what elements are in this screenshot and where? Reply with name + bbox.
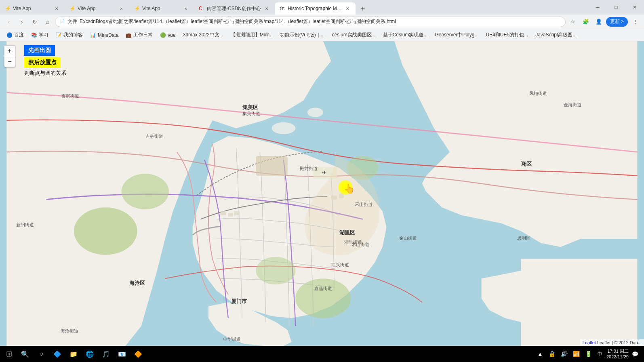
forward-button[interactable]: › — [16, 16, 27, 27]
leaflet-link[interactable]: Leaflet — [583, 340, 596, 345]
maximize-button[interactable]: □ — [607, 0, 625, 15]
taskbar-clock[interactable]: 17:01 周二 2022/11/29 — [606, 348, 629, 360]
browser-icon: 🌐 — [86, 350, 94, 358]
home-button[interactable]: ⌂ — [42, 16, 53, 27]
bookmark-cesium-label: cesium实战类图区... — [332, 32, 376, 38]
tab-2-close[interactable]: ✕ — [118, 5, 124, 12]
svg-point-2 — [122, 174, 169, 209]
svg-rect-10 — [228, 213, 233, 217]
tab-3-close[interactable]: ✕ — [183, 5, 189, 12]
instruction-label-1: 先画出圆 — [24, 45, 55, 56]
taskbar-app1-button[interactable]: 🔷 — [50, 347, 65, 361]
bookmark-geoserver-label: Geoserver中Polyg... — [435, 32, 478, 38]
security-icon: 📄 — [59, 19, 65, 24]
tab-5[interactable]: 🗺 Historic Topographic Maps ✕ — [275, 2, 356, 15]
start-button[interactable]: ⊞ — [2, 347, 16, 361]
bookmark-minedata-label: MineData — [98, 32, 118, 38]
taskbar-app2-button[interactable]: 📁 — [66, 347, 81, 361]
bookmark-minedata[interactable]: 📊 MineData — [87, 32, 122, 39]
tab-4-favicon: C — [199, 6, 204, 11]
bookmark-star-button[interactable]: ☆ — [567, 16, 579, 27]
address-prefix: 文件 — [67, 18, 77, 25]
taskbar-wifi-icon[interactable]: 📶 — [572, 349, 581, 359]
bookmark-cesium[interactable]: cesium实战类图区... — [329, 31, 379, 39]
tab-4[interactable]: C 内容管理-CSDN创作中心 ✕ — [194, 2, 275, 15]
svg-point-4 — [256, 257, 295, 285]
cortana-icon: ○ — [39, 350, 43, 358]
taskbar-app5-button[interactable]: 🔶 — [131, 347, 145, 361]
tab-1[interactable]: ⚡ Vite App ✕ — [0, 2, 65, 15]
taskbar-app4-button[interactable]: 📧 — [115, 347, 129, 361]
taskbar-search-button[interactable]: 🔍 — [18, 347, 32, 361]
taskbar-app3-button[interactable]: 🎵 — [99, 347, 113, 361]
bookmark-ue4[interactable]: UE4和UE5的打包... — [482, 31, 531, 39]
tab-1-close[interactable]: ✕ — [53, 5, 60, 12]
tab-5-close[interactable]: ✕ — [344, 5, 351, 12]
bookmark-vue[interactable]: 🟢 vue — [157, 32, 179, 39]
map-container[interactable]: ✈ + − 先画出圆 然后放置点 判断点与圆的关系 集美区 集 — [0, 41, 644, 346]
bookmark-study[interactable]: 📚 学习 — [28, 31, 52, 39]
taskbar-browser-button[interactable]: 🌐 — [82, 347, 97, 361]
app5-icon: 🔶 — [134, 350, 142, 358]
back-button[interactable]: ‹ — [3, 16, 15, 27]
tab-5-favicon: 🗺 — [280, 6, 285, 11]
bookmark-cesium-road[interactable]: 基于Cesium实现道... — [380, 31, 431, 39]
app1-icon: 🔷 — [53, 350, 61, 358]
bookmark-geoserver[interactable]: Geoserver中Polyg... — [431, 31, 482, 39]
tab-3[interactable]: ⚡ Vite App ✕ — [129, 2, 194, 15]
settings-button[interactable]: ⋮ — [629, 16, 641, 27]
bookmark-work[interactable]: 💼 工作日常 — [122, 31, 156, 39]
bookmark-3dmax[interactable]: 3dmax 2022中文... — [180, 31, 227, 39]
bookmark-baidu[interactable]: 🔵 百度 — [3, 31, 27, 39]
bookmark-baidu-label: 百度 — [14, 32, 24, 38]
tab-2[interactable]: ⚡ Vite App ✕ — [65, 2, 129, 15]
address-text: E:/csdnBlogs者/地图之家/leaflet篇/114.（leaflet… — [80, 18, 561, 25]
nav-right-controls: ☆ 🧩 👤 更新 > ⋮ — [567, 16, 641, 27]
taskbar-battery-icon[interactable]: 🔋 — [584, 349, 593, 359]
minimize-button[interactable]: ─ — [588, 0, 607, 15]
close-button[interactable]: ✕ — [625, 0, 644, 15]
tab-2-title: Vite App — [78, 6, 116, 11]
taskbar-network-icon[interactable]: 🔒 — [547, 349, 557, 359]
svg-point-7 — [272, 122, 296, 134]
update-button[interactable]: 更新 > — [606, 17, 628, 27]
start-icon: ⊞ — [6, 349, 12, 358]
taskbar-volume-icon[interactable]: 🔊 — [560, 349, 569, 359]
taskbar: ⊞ 🔍 ○ 🔷 📁 🌐 🎵 📧 🔶 ▲ 🔒 🔊 — [0, 346, 644, 362]
new-tab-button[interactable]: + — [357, 3, 368, 15]
zoom-out-button[interactable]: − — [4, 56, 15, 67]
tab-2-favicon: ⚡ — [69, 6, 75, 11]
map-svg: ✈ — [0, 41, 644, 346]
taskbar-date: 2022/11/29 — [606, 354, 629, 360]
taskbar-language-indicator[interactable]: 中 — [596, 350, 604, 358]
bookmark-3dmax-label: 3dmax 2022中文... — [183, 32, 223, 38]
bookmark-ue4-label: UE4和UE5的打包... — [486, 32, 528, 38]
bookmark-blog[interactable]: 📝 我的博客 — [53, 31, 86, 39]
browser-extension-button[interactable]: 🧩 — [580, 16, 591, 27]
tab-1-favicon: ⚡ — [5, 6, 11, 11]
bookmark-js[interactable]: JavaScript高级图... — [532, 31, 580, 39]
tab-4-title: 内容管理-CSDN创作中心 — [207, 5, 261, 12]
zoom-in-button[interactable]: + — [4, 46, 15, 56]
bookmark-work-label: 工作日常 — [133, 32, 153, 38]
bookmark-vue-demo-label: 功能示例(Vue版)｜... — [280, 32, 325, 38]
taskbar-notification-button[interactable]: 💬 — [631, 350, 639, 358]
svg-point-8 — [307, 108, 323, 118]
taskbar-show-hidden-button[interactable]: ▲ — [535, 349, 545, 359]
svg-point-1 — [74, 207, 137, 255]
reload-button[interactable]: ↻ — [29, 16, 40, 27]
bookmark-baidu-icon: 🔵 — [6, 32, 13, 38]
bookmark-blog-icon: 📝 — [56, 32, 62, 38]
taskbar-cortana-button[interactable]: ○ — [34, 347, 48, 361]
content-area: ✈ + − 先画出圆 然后放置点 判断点与圆的关系 集美区 集 — [0, 41, 644, 346]
app2-icon: 📁 — [69, 350, 78, 358]
map-zoom-controls: + − — [4, 45, 15, 67]
browser-frame: ⚡ Vite App ✕ ⚡ Vite App ✕ ⚡ Vite App ✕ C… — [0, 0, 644, 362]
bookmark-vue-demo[interactable]: 功能示例(Vue版)｜... — [277, 31, 328, 39]
tab-4-close[interactable]: ✕ — [263, 5, 270, 12]
address-bar[interactable]: 📄 文件 E:/csdnBlogs者/地图之家/leaflet篇/114.（le… — [55, 17, 566, 27]
bookmark-micro[interactable]: 【测测能用】Micr... — [227, 31, 276, 39]
app4-icon: 📧 — [118, 350, 126, 358]
instruction-label-3: 判断点与圆的关系 — [24, 69, 66, 77]
profile-button[interactable]: 👤 — [593, 16, 604, 27]
